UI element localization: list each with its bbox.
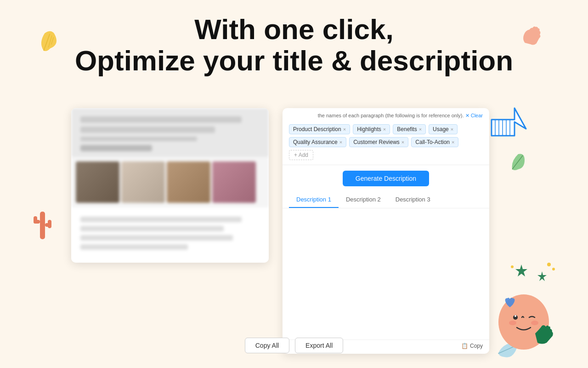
- tag-label: Usage: [433, 126, 449, 132]
- tag-remove-reviews[interactable]: ×: [401, 139, 404, 145]
- product-subtitle-blur: [80, 137, 197, 141]
- tab-description-2[interactable]: Description 2: [339, 192, 388, 208]
- tag-remove-cta[interactable]: ×: [452, 139, 454, 145]
- tab-description-3[interactable]: Description 3: [388, 192, 438, 208]
- svg-marker-15: [515, 264, 527, 276]
- tags-area: Product Description × Highlights × Benef…: [283, 121, 489, 165]
- product-image-1: [76, 161, 119, 203]
- page-header: With one click, Optimize your title & de…: [0, 0, 588, 76]
- product-listing-blurred: [71, 108, 269, 263]
- export-all-button[interactable]: Export All: [295, 338, 343, 353]
- product-header: [71, 108, 269, 157]
- header-line1: With one click,: [0, 14, 588, 45]
- tag-remove-quality[interactable]: ×: [339, 139, 342, 145]
- tab-description-1[interactable]: Description 1: [289, 192, 339, 208]
- svg-point-22: [514, 315, 516, 317]
- product-title-blur: [80, 116, 242, 123]
- character-illustration: [478, 258, 563, 354]
- arrow-decoration: [482, 99, 528, 140]
- tag-add-button[interactable]: + Add: [289, 150, 313, 160]
- tag-quality-assurance[interactable]: Quality Assurance ×: [289, 137, 346, 147]
- product-image-3: [167, 161, 210, 203]
- product-image-4: [212, 161, 256, 203]
- product-images: [71, 157, 269, 207]
- description-tabs: Description 1 Description 2 Description …: [283, 192, 489, 208]
- header-line2: Optimize your title & description: [0, 45, 588, 76]
- hint-description: the names of each paragraph (the followi…: [318, 113, 464, 118]
- tag-highlights[interactable]: Highlights ×: [353, 124, 390, 134]
- svg-point-18: [552, 268, 555, 270]
- product-image-2: [121, 161, 165, 203]
- tag-usage[interactable]: Usage ×: [429, 124, 458, 134]
- clear-link[interactable]: ✕ Clear: [465, 113, 483, 118]
- copy-all-button[interactable]: Copy All: [245, 338, 289, 353]
- svg-point-24: [531, 321, 538, 325]
- tag-remove-highlights[interactable]: ×: [383, 126, 386, 132]
- product-title-blur2: [80, 126, 215, 133]
- svg-point-17: [547, 263, 551, 266]
- svg-point-19: [511, 265, 514, 268]
- tag-customer-reviews[interactable]: Customer Reviews ×: [349, 137, 408, 147]
- svg-point-23: [509, 321, 516, 325]
- tag-remove-usage[interactable]: ×: [451, 126, 453, 132]
- tag-remove-benefits[interactable]: ×: [419, 126, 422, 132]
- tag-label: Benefits: [397, 126, 417, 132]
- tag-call-to-action[interactable]: Call-To-Action ×: [411, 137, 458, 147]
- description-content-area: [283, 208, 489, 339]
- tag-label: Quality Assurance: [293, 139, 338, 145]
- tag-remove-product-description[interactable]: ×: [343, 126, 346, 132]
- generate-button-row: Generate Description: [283, 165, 489, 192]
- tag-product-description[interactable]: Product Description ×: [289, 124, 350, 134]
- product-listing-panel: [71, 108, 269, 263]
- description-generator-panel: the names of each paragraph (the followi…: [283, 108, 489, 354]
- tag-label: Highlights: [357, 126, 381, 132]
- tag-label: Customer Reviews: [353, 139, 400, 145]
- product-description-area: [71, 207, 269, 263]
- svg-marker-16: [537, 271, 547, 281]
- tag-benefits[interactable]: Benefits ×: [393, 124, 426, 134]
- product-price-blur: [80, 145, 152, 151]
- tag-label: Product Description: [293, 126, 341, 132]
- desc-generator: the names of each paragraph (the followi…: [283, 108, 489, 354]
- generate-description-button[interactable]: Generate Description: [343, 171, 429, 186]
- hint-text: the names of each paragraph (the followi…: [283, 108, 489, 121]
- tag-label: Call-To-Action: [415, 139, 450, 145]
